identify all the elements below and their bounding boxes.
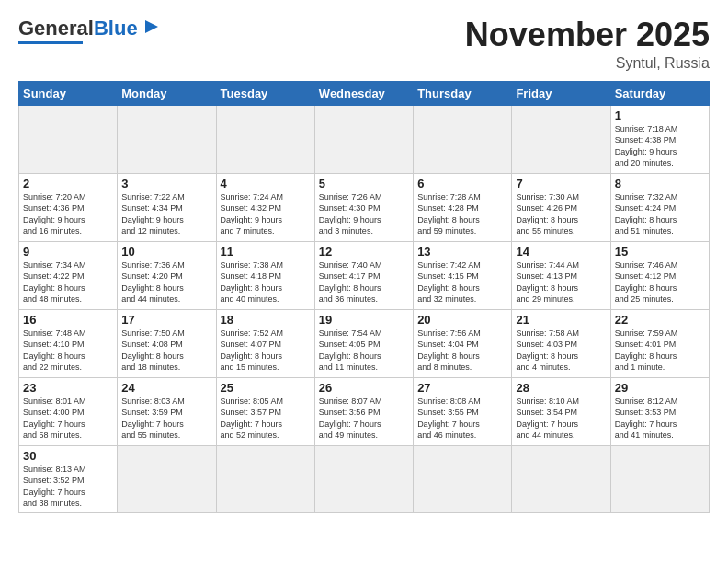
day-info: Sunrise: 7:40 AM Sunset: 4:17 PM Dayligh… bbox=[319, 259, 409, 305]
table-row: 28Sunrise: 8:10 AM Sunset: 3:54 PM Dayli… bbox=[512, 377, 610, 445]
day-info: Sunrise: 7:22 AM Sunset: 4:34 PM Dayligh… bbox=[121, 191, 211, 237]
title-block: November 2025 Syntul, Russia bbox=[465, 17, 710, 72]
day-info: Sunrise: 7:32 AM Sunset: 4:24 PM Dayligh… bbox=[615, 191, 705, 237]
header-saturday: Saturday bbox=[610, 81, 709, 105]
day-info: Sunrise: 7:24 AM Sunset: 4:32 PM Dayligh… bbox=[221, 191, 311, 237]
day-number: 19 bbox=[319, 313, 409, 327]
day-number: 11 bbox=[221, 245, 311, 259]
day-info: Sunrise: 7:20 AM Sunset: 4:36 PM Dayligh… bbox=[23, 191, 113, 237]
table-row: 11Sunrise: 7:38 AM Sunset: 4:18 PM Dayli… bbox=[216, 241, 314, 309]
day-number: 5 bbox=[319, 177, 409, 190]
logo-underline bbox=[18, 41, 83, 44]
day-info: Sunrise: 7:48 AM Sunset: 4:10 PM Dayligh… bbox=[23, 327, 113, 373]
day-info: Sunrise: 8:01 AM Sunset: 4:00 PM Dayligh… bbox=[23, 396, 113, 442]
header-monday: Monday bbox=[118, 81, 216, 105]
day-number: 30 bbox=[23, 449, 113, 463]
table-row bbox=[512, 445, 610, 512]
day-info: Sunrise: 7:28 AM Sunset: 4:28 PM Dayligh… bbox=[417, 191, 507, 237]
table-row: 25Sunrise: 8:05 AM Sunset: 3:57 PM Dayli… bbox=[216, 377, 314, 445]
day-number: 15 bbox=[615, 245, 705, 259]
table-row bbox=[414, 105, 512, 173]
day-number: 1 bbox=[615, 109, 705, 122]
table-row bbox=[314, 445, 413, 512]
header-friday: Friday bbox=[512, 81, 610, 105]
day-info: Sunrise: 7:54 AM Sunset: 4:05 PM Dayligh… bbox=[319, 327, 409, 373]
header-thursday: Thursday bbox=[414, 81, 512, 105]
day-number: 17 bbox=[121, 313, 211, 327]
table-row bbox=[118, 105, 216, 173]
header: GeneralBlue November 2025 Syntul, Russia bbox=[18, 17, 710, 72]
day-info: Sunrise: 7:46 AM Sunset: 4:12 PM Dayligh… bbox=[615, 259, 705, 305]
day-info: Sunrise: 7:56 AM Sunset: 4:04 PM Dayligh… bbox=[417, 327, 507, 373]
day-number: 24 bbox=[121, 381, 211, 395]
table-row: 19Sunrise: 7:54 AM Sunset: 4:05 PM Dayli… bbox=[314, 309, 413, 377]
day-number: 10 bbox=[121, 245, 211, 259]
svg-marker-0 bbox=[145, 20, 158, 33]
calendar: Sunday Monday Tuesday Wednesday Thursday… bbox=[18, 81, 710, 513]
header-wednesday: Wednesday bbox=[314, 81, 413, 105]
day-number: 4 bbox=[221, 177, 311, 190]
day-number: 14 bbox=[516, 245, 606, 259]
logo: GeneralBlue bbox=[18, 17, 162, 44]
day-number: 20 bbox=[417, 313, 507, 327]
table-row: 1Sunrise: 7:18 AM Sunset: 4:38 PM Daylig… bbox=[610, 105, 709, 173]
day-info: Sunrise: 8:13 AM Sunset: 3:52 PM Dayligh… bbox=[23, 464, 113, 510]
day-number: 27 bbox=[417, 381, 507, 395]
day-info: Sunrise: 7:34 AM Sunset: 4:22 PM Dayligh… bbox=[23, 259, 113, 305]
day-info: Sunrise: 7:50 AM Sunset: 4:08 PM Dayligh… bbox=[121, 327, 211, 373]
day-info: Sunrise: 8:03 AM Sunset: 3:59 PM Dayligh… bbox=[121, 396, 211, 442]
table-row: 8Sunrise: 7:32 AM Sunset: 4:24 PM Daylig… bbox=[610, 173, 709, 241]
table-row bbox=[216, 105, 314, 173]
day-info: Sunrise: 7:26 AM Sunset: 4:30 PM Dayligh… bbox=[319, 191, 409, 237]
table-row: 21Sunrise: 7:58 AM Sunset: 4:03 PM Dayli… bbox=[512, 309, 610, 377]
day-number: 6 bbox=[417, 177, 507, 190]
page: GeneralBlue November 2025 Syntul, Russia… bbox=[0, 0, 728, 523]
table-row bbox=[314, 105, 413, 173]
logo-general: General bbox=[18, 17, 94, 40]
table-row: 13Sunrise: 7:42 AM Sunset: 4:15 PM Dayli… bbox=[414, 241, 512, 309]
day-number: 28 bbox=[516, 381, 606, 395]
day-number: 22 bbox=[615, 313, 705, 327]
day-number: 13 bbox=[417, 245, 507, 259]
table-row: 6Sunrise: 7:28 AM Sunset: 4:28 PM Daylig… bbox=[414, 173, 512, 241]
header-tuesday: Tuesday bbox=[216, 81, 314, 105]
day-number: 29 bbox=[615, 381, 705, 395]
day-number: 26 bbox=[319, 381, 409, 395]
day-number: 23 bbox=[23, 381, 113, 395]
table-row: 27Sunrise: 8:08 AM Sunset: 3:55 PM Dayli… bbox=[414, 377, 512, 445]
day-info: Sunrise: 8:05 AM Sunset: 3:57 PM Dayligh… bbox=[221, 396, 311, 442]
table-row: 16Sunrise: 7:48 AM Sunset: 4:10 PM Dayli… bbox=[19, 309, 118, 377]
table-row: 24Sunrise: 8:03 AM Sunset: 3:59 PM Dayli… bbox=[118, 377, 216, 445]
day-info: Sunrise: 7:44 AM Sunset: 4:13 PM Dayligh… bbox=[516, 259, 606, 305]
day-number: 21 bbox=[516, 313, 606, 327]
day-number: 8 bbox=[615, 177, 705, 190]
table-row bbox=[512, 105, 610, 173]
day-number: 12 bbox=[319, 245, 409, 259]
day-info: Sunrise: 7:42 AM Sunset: 4:15 PM Dayligh… bbox=[417, 259, 507, 305]
table-row bbox=[414, 445, 512, 512]
day-number: 18 bbox=[221, 313, 311, 327]
table-row: 12Sunrise: 7:40 AM Sunset: 4:17 PM Dayli… bbox=[314, 241, 413, 309]
table-row: 17Sunrise: 7:50 AM Sunset: 4:08 PM Dayli… bbox=[118, 309, 216, 377]
table-row: 2Sunrise: 7:20 AM Sunset: 4:36 PM Daylig… bbox=[19, 173, 118, 241]
table-row: 4Sunrise: 7:24 AM Sunset: 4:32 PM Daylig… bbox=[216, 173, 314, 241]
day-number: 25 bbox=[221, 381, 311, 395]
table-row bbox=[216, 445, 314, 512]
weekday-header-row: Sunday Monday Tuesday Wednesday Thursday… bbox=[19, 81, 710, 105]
day-info: Sunrise: 7:59 AM Sunset: 4:01 PM Dayligh… bbox=[615, 327, 705, 373]
logo-text: GeneralBlue bbox=[18, 17, 138, 40]
table-row bbox=[19, 105, 118, 173]
table-row: 20Sunrise: 7:56 AM Sunset: 4:04 PM Dayli… bbox=[414, 309, 512, 377]
day-info: Sunrise: 8:07 AM Sunset: 3:56 PM Dayligh… bbox=[319, 396, 409, 442]
day-info: Sunrise: 7:36 AM Sunset: 4:20 PM Dayligh… bbox=[121, 259, 211, 305]
table-row: 7Sunrise: 7:30 AM Sunset: 4:26 PM Daylig… bbox=[512, 173, 610, 241]
table-row: 18Sunrise: 7:52 AM Sunset: 4:07 PM Dayli… bbox=[216, 309, 314, 377]
table-row: 26Sunrise: 8:07 AM Sunset: 3:56 PM Dayli… bbox=[314, 377, 413, 445]
table-row: 23Sunrise: 8:01 AM Sunset: 4:00 PM Dayli… bbox=[19, 377, 118, 445]
day-info: Sunrise: 7:58 AM Sunset: 4:03 PM Dayligh… bbox=[516, 327, 606, 373]
table-row: 30Sunrise: 8:13 AM Sunset: 3:52 PM Dayli… bbox=[19, 445, 118, 512]
logo-icon bbox=[142, 17, 162, 40]
table-row: 10Sunrise: 7:36 AM Sunset: 4:20 PM Dayli… bbox=[118, 241, 216, 309]
day-info: Sunrise: 7:18 AM Sunset: 4:38 PM Dayligh… bbox=[615, 123, 705, 169]
header-sunday: Sunday bbox=[19, 81, 118, 105]
